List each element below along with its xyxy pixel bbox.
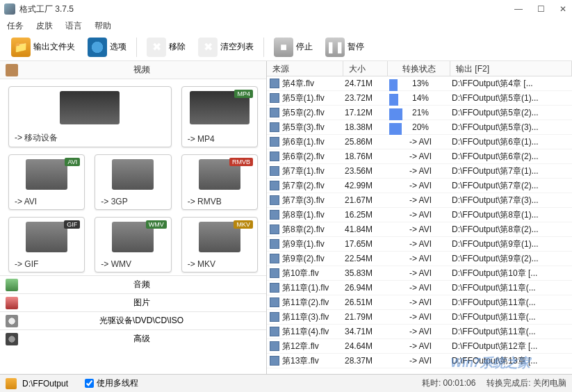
advanced-icon — [6, 333, 18, 345]
category-advanced-label: 高级 — [22, 333, 261, 345]
file-icon — [270, 341, 279, 351]
table-row[interactable]: 第5章(1).flv 23.72M 14% D:\FFOutput\第5章(1)… — [267, 91, 572, 106]
category-picture-label: 图片 — [22, 297, 261, 309]
table-row[interactable]: 第11章(4).flv 34.71M -> AVI D:\FFOutput\第1… — [267, 325, 572, 339]
col-output[interactable]: 输出 [F2] — [450, 61, 572, 76]
file-name: 第11章(4).flv — [282, 326, 345, 338]
col-source[interactable]: 来源 — [267, 61, 343, 76]
file-icon — [270, 224, 279, 234]
task-list[interactable]: 第4章.flv 24.71M 13% D:\FFOutput\第4章 [... … — [267, 76, 572, 382]
table-row[interactable]: 第5章(2).flv 17.12M 21% D:\FFOutput\第5章(2)… — [267, 106, 572, 120]
statusbar: D:\FFOutput 使用多线程 耗时: 00:01:06 转换完成后: 关闭… — [0, 374, 572, 392]
tile-wmv[interactable]: WMV-> WMV — [95, 217, 171, 272]
file-state: -> AVI — [389, 312, 452, 322]
category-audio[interactable]: 音频 — [0, 275, 266, 293]
tile-gif[interactable]: GIF-> GIF — [8, 217, 85, 272]
menu-lang[interactable]: 语言 — [65, 20, 82, 32]
file-state: -> AVI — [389, 297, 452, 307]
tile-mobile-label: -> 移动设备 — [15, 132, 58, 144]
file-state: -> AVI — [389, 224, 452, 234]
tile-mobile[interactable]: -> 移动设备 — [8, 86, 172, 147]
table-row[interactable]: 第9章(2).flv 22.54M -> AVI D:\FFOutput\第9章… — [267, 252, 572, 266]
table-row[interactable]: 第6章(2).flv 18.76M -> AVI D:\FFOutput\第6章… — [267, 149, 572, 164]
file-name: 第11章(2).flv — [282, 297, 345, 309]
file-state: -> AVI — [389, 195, 452, 205]
close-button[interactable]: ✕ — [558, 4, 568, 14]
table-row[interactable]: 第7章(3).flv 21.67M -> AVI D:\FFOutput\第7章… — [267, 193, 572, 208]
table-row[interactable]: 第4章.flv 24.71M 13% D:\FFOutput\第4章 [... — [267, 76, 572, 91]
clear-button[interactable]: ✖清空列表 — [194, 36, 258, 58]
maximize-button[interactable]: ☐ — [536, 4, 546, 14]
minimize-button[interactable]: — — [514, 4, 523, 14]
clear-icon: ✖ — [198, 38, 218, 57]
table-row[interactable]: 第8章(2).flv 41.84M -> AVI D:\FFOutput\第8章… — [267, 222, 572, 237]
file-output: D:\FFOutput\第7章(3)... — [452, 195, 572, 206]
wmv-badge: WMV — [146, 220, 167, 229]
col-size[interactable]: 大小 — [343, 61, 388, 76]
file-icon — [270, 93, 279, 103]
table-row[interactable]: 第7章(2).flv 42.99M -> AVI D:\FFOutput\第7章… — [267, 179, 572, 193]
multithread-checkbox[interactable]: 使用多线程 — [85, 377, 138, 389]
file-name: 第4章.flv — [282, 78, 345, 90]
table-row[interactable]: 第9章(1).flv 17.65M -> AVI D:\FFOutput\第9章… — [267, 237, 572, 252]
file-output: D:\FFOutput\第5章(2)... — [452, 107, 572, 119]
file-icon — [270, 195, 279, 205]
file-name: 第13章.flv — [282, 355, 345, 367]
tile-3gp[interactable]: -> 3GP — [95, 154, 171, 210]
status-time: 耗时: 00:01:06 — [422, 377, 475, 389]
table-row[interactable]: 第8章(1).flv 16.25M -> AVI D:\FFOutput\第8章… — [267, 208, 572, 222]
file-icon — [270, 79, 279, 88]
video-tiles: -> 移动设备 MP4-> MP4 AVI-> AVI -> 3GP RMVB-… — [0, 79, 266, 275]
pause-button[interactable]: ❚❚暂停 — [321, 36, 368, 58]
app-icon — [4, 3, 15, 15]
stop-button[interactable]: ■停止 — [270, 36, 317, 58]
menu-task[interactable]: 任务 — [7, 20, 24, 32]
option-button[interactable]: 选项 — [83, 36, 131, 58]
tile-avi[interactable]: AVI-> AVI — [8, 154, 85, 210]
table-row[interactable]: 第11章(1).flv 26.94M -> AVI D:\FFOutput\第1… — [267, 281, 572, 295]
status-after[interactable]: 转换完成后: 关闭电脑 — [487, 377, 566, 389]
table-row[interactable]: 第7章(1).flv 23.56M -> AVI D:\FFOutput\第7章… — [267, 164, 572, 179]
category-advanced[interactable]: 高级 — [0, 329, 266, 348]
file-name: 第5章(3).flv — [282, 122, 345, 133]
status-folder-icon[interactable] — [6, 378, 17, 389]
category-disc[interactable]: 光驱设备\DVD\CD\ISO — [0, 311, 266, 329]
gp-thumb — [112, 159, 154, 190]
category-audio-label: 音频 — [22, 279, 261, 291]
table-row[interactable]: 第10章.flv 35.83M -> AVI D:\FFOutput\第10章 … — [267, 266, 572, 281]
category-video-header[interactable]: 视频 — [0, 61, 266, 79]
tile-mp4[interactable]: MP4-> MP4 — [181, 86, 258, 147]
file-name: 第10章.flv — [282, 268, 345, 279]
file-state: -> AVI — [389, 327, 452, 336]
file-state: -> AVI — [389, 166, 452, 176]
file-output: D:\FFOutput\第8章(1)... — [452, 209, 572, 221]
status-path[interactable]: D:\FFOutput — [22, 379, 68, 389]
file-output: D:\FFOutput\第7章(2)... — [452, 180, 572, 192]
category-picture[interactable]: 图片 — [0, 293, 266, 311]
table-row[interactable]: 第5章(3).flv 18.38M 20% D:\FFOutput\第5章(3)… — [267, 120, 572, 135]
file-size: 26.94M — [345, 283, 389, 293]
table-row[interactable]: 第13章.flv 28.37M -> AVI D:\FFOutput\第13章 … — [267, 354, 572, 368]
col-state[interactable]: 转换状态 — [388, 61, 450, 76]
file-name: 第8章(2).flv — [282, 224, 345, 236]
mobile-thumb — [60, 91, 120, 124]
tile-rmvb[interactable]: RMVB-> RMVB — [181, 154, 258, 210]
file-name: 第11章(1).flv — [282, 282, 345, 294]
file-icon — [270, 297, 279, 307]
file-name: 第6章(1).flv — [282, 136, 345, 148]
table-row[interactable]: 第11章(3).flv 21.79M -> AVI D:\FFOutput\第1… — [267, 310, 572, 325]
table-row[interactable]: 第12章.flv 24.64M -> AVI D:\FFOutput\第12章 … — [267, 339, 572, 354]
menu-skin[interactable]: 皮肤 — [36, 20, 53, 32]
multithread-input[interactable] — [85, 379, 94, 388]
output-folder-button[interactable]: 📁输出文件夹 — [7, 36, 79, 58]
file-name: 第9章(2).flv — [282, 253, 345, 265]
picture-icon — [6, 297, 18, 309]
option-label: 选项 — [110, 41, 126, 53]
remove-button[interactable]: ✖移除 — [142, 36, 190, 58]
table-row[interactable]: 第11章(2).flv 26.51M -> AVI D:\FFOutput\第1… — [267, 295, 572, 310]
table-row[interactable]: 第6章(1).flv 25.86M -> AVI D:\FFOutput\第6章… — [267, 135, 572, 149]
tile-mkv[interactable]: MKV-> MKV — [181, 217, 258, 272]
menu-help[interactable]: 帮助 — [95, 20, 111, 32]
file-icon — [270, 254, 279, 263]
rmvb-badge: RMVB — [229, 158, 253, 166]
